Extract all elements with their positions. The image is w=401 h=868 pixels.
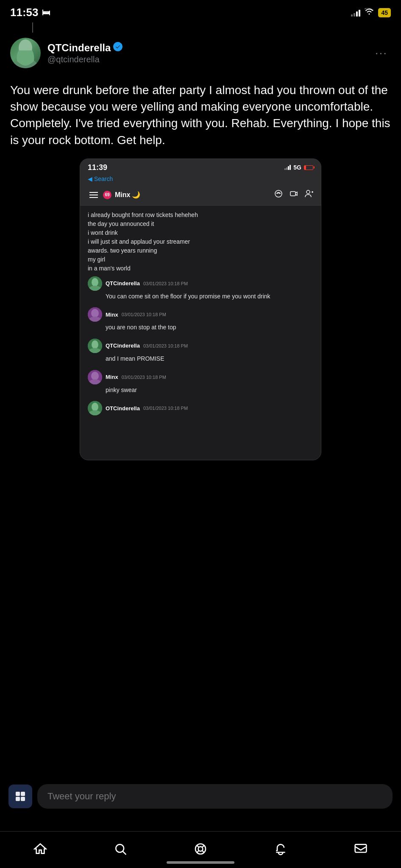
inner-battery-fill [304,166,306,170]
status-bar: 11:53 🛏 45 [0,0,401,22]
display-name-text: QTCinderella [47,42,111,54]
qtc-avatar-3 [88,401,102,415]
avatar-image [10,38,41,68]
reply-bar [0,780,401,813]
svg-point-23 [92,403,98,411]
notification-count-badge: 69 [103,191,111,199]
message-item: OTCinderella 03/01/2023 10:18 PM [88,401,313,415]
tweet-header: QTCinderella @qtcinderella ··· [0,34,401,73]
time-display: 11:53 [10,6,39,19]
nav-spaces[interactable] [188,838,213,860]
embedded-screenshot: 11:39 5G ◀ Search [80,159,321,460]
chat-header-left: 69 Minx 🌙 [88,189,140,201]
svg-point-14 [91,309,99,317]
message-item: QTCinderella 03/01/2023 10:18 PM and I m… [88,339,313,363]
sender-name: QTCinderella [106,342,140,349]
nav-home[interactable] [28,838,53,860]
status-right-icons: 45 [351,8,391,17]
message-header: Minx 03/01/2023 10:18 PM [88,307,313,322]
svg-rect-35 [355,844,367,852]
inner-search-back[interactable]: ◀ Search [80,175,321,186]
message-text: and I mean PROMISE [88,355,313,363]
minx-avatar-1 [88,307,102,322]
message-item: QTCinderella 03/01/2023 10:18 PM You can… [88,276,313,301]
message-header: OTCinderella 03/01/2023 10:18 PM [88,401,313,415]
inner-signal [284,165,291,170]
audio-call-icon[interactable] [274,189,283,200]
svg-line-32 [123,851,126,854]
msg-line-2: the day you announced it [88,220,313,228]
message-time: 03/01/2023 10:18 PM [122,375,166,380]
msg-line-6: my girl [88,255,313,264]
reply-icon [8,785,32,808]
svg-rect-28 [21,797,25,801]
inner-time: 11:39 [88,163,107,172]
reply-input-field[interactable] [37,784,393,809]
sleep-icon: 🛏 [42,8,50,17]
msg-line-3: i wont drink [88,228,313,237]
svg-rect-6 [290,192,295,196]
message-time: 03/01/2023 10:18 PM [143,406,188,411]
back-search-label: ◀ Search [88,175,313,182]
qtc-avatar-2 [88,339,102,353]
verified-badge-icon [113,42,123,53]
msg-line-4: i will just sit and applaud your streame… [88,237,313,246]
message-time: 03/01/2023 10:18 PM [143,343,188,348]
message-header: Minx 03/01/2023 10:18 PM [88,370,313,384]
svg-rect-26 [21,792,25,796]
tweet-handle: @qtcinderella [47,55,372,64]
add-person-icon[interactable] [305,189,313,200]
svg-point-20 [91,372,99,380]
more-options-button[interactable]: ··· [372,43,391,63]
sender-name: OTCinderella [106,405,140,412]
message-item: Minx 03/01/2023 10:18 PM pinky swear [88,370,313,395]
signal-strength [351,9,360,17]
home-indicator [167,861,234,864]
sender-name: Minx [106,312,118,318]
message-continuation-block: i already bought front row tickets heheh… [88,211,313,273]
minx-avatar-2 [88,370,102,384]
reply-user-avatar [8,785,32,808]
battery-level: 45 [381,9,388,16]
tweet-content: You were drunk before the after party I … [0,73,401,159]
display-name[interactable]: QTCinderella [47,42,372,54]
message-text: You can come sit on the floor if you pro… [88,292,313,301]
avatar[interactable] [10,38,41,68]
vertical-line-divider [32,22,33,33]
chat-name-text: Minx [115,191,130,199]
qtc-avatar-1 [88,276,102,291]
inner-battery [304,165,313,170]
video-call-icon[interactable] [290,189,298,200]
sender-name: QTCinderella [106,280,140,287]
status-time: 11:53 🛏 [10,6,50,19]
chat-action-icons [274,189,313,200]
message-list: i already bought front row tickets heheh… [80,206,321,460]
svg-point-33 [195,844,206,854]
message-text: you are non stop at the top [88,323,313,332]
svg-point-31 [116,844,124,852]
message-text: pinky swear [88,386,313,395]
svg-point-11 [92,278,98,287]
svg-point-7 [306,190,310,194]
message-time: 03/01/2023 10:18 PM [143,281,188,286]
message-header: QTCinderella 03/01/2023 10:18 PM [88,276,313,291]
battery-indicator: 45 [378,8,391,17]
svg-point-17 [92,340,98,349]
message-header: QTCinderella 03/01/2023 10:18 PM [88,339,313,353]
tweet-user-info: QTCinderella @qtcinderella [47,42,372,64]
inner-5g-label: 5G [293,164,301,171]
screenshot-wrapper: 11:39 5G ◀ Search [0,159,401,477]
inner-status-right: 5G [284,164,313,171]
chat-name: Minx 🌙 [115,191,140,199]
svg-rect-27 [16,797,20,801]
svg-point-5 [275,190,282,197]
nav-messages[interactable] [348,838,373,860]
nav-notifications[interactable] [268,838,293,860]
chat-header: 69 Minx 🌙 [80,186,321,206]
msg-line-7: in a man's world [88,264,313,273]
inner-status-bar: 11:39 5G [80,159,321,175]
svg-rect-25 [16,792,20,796]
sender-name: Minx [106,374,118,380]
nav-search[interactable] [108,838,133,860]
svg-point-34 [198,847,203,851]
